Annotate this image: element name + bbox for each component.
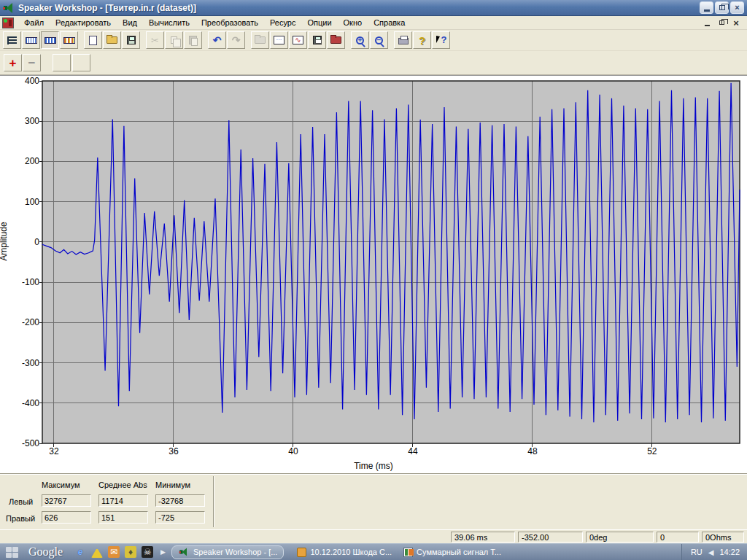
google-deskbar[interactable]: Google: [28, 545, 63, 559]
right-minimum-field[interactable]: -725: [155, 511, 205, 524]
stats-col-minimum: Минимум: [155, 481, 190, 489]
add-icon: +: [9, 57, 17, 69]
chart-window-button[interactable]: [270, 31, 288, 49]
y-tick-200: 200: [13, 156, 39, 166]
save-chart-icon: [313, 36, 322, 44]
language-indicator[interactable]: RU: [691, 548, 703, 556]
add-button[interactable]: +: [4, 54, 22, 71]
open-resource-button[interactable]: [251, 31, 269, 49]
chart-doc-icon: [403, 548, 413, 557]
zoom-out-button[interactable]: −: [370, 31, 388, 49]
cut-icon: ✂: [151, 36, 159, 45]
restore-button[interactable]: [715, 1, 729, 14]
mdi-close-button[interactable]: ×: [730, 18, 742, 28]
paste-button[interactable]: [184, 31, 202, 49]
ruler-dataset-active-button[interactable]: [41, 31, 59, 49]
print-button[interactable]: [394, 31, 412, 49]
zoom-in-button[interactable]: +: [351, 31, 369, 49]
left-minimum-field[interactable]: -32768: [155, 494, 205, 507]
menu-options[interactable]: Опции: [301, 17, 337, 28]
menu-view[interactable]: Вид: [117, 17, 143, 28]
task-summary-signal[interactable]: Суммарный сигнал Т...: [398, 546, 507, 559]
y-tick--300: -300: [13, 358, 39, 368]
y-tick-400: 400: [13, 76, 39, 86]
start-button[interactable]: [6, 547, 18, 558]
new-file-icon: [89, 36, 97, 45]
help-icon: ?: [419, 35, 425, 46]
context-help-icon: ?: [436, 35, 447, 45]
y-tick-0: 0: [13, 237, 39, 247]
minimize-icon: [705, 25, 710, 26]
menu-transform[interactable]: Преобразовать: [196, 17, 264, 28]
agent-icon[interactable]: ♦: [125, 546, 136, 558]
taskbar: Google e ✉ ♦ ☠ ▶ Speaker Workshop - [...…: [0, 543, 747, 560]
cut-button[interactable]: ✂: [146, 31, 164, 49]
speaker-workshop-icon: [179, 548, 189, 556]
print-icon: [398, 38, 409, 44]
right-average-field[interactable]: 151: [98, 511, 148, 524]
ruler-values-button[interactable]: [60, 31, 78, 49]
levels-button[interactable]: [3, 31, 21, 49]
new-button[interactable]: [84, 31, 102, 49]
tray-collapse-icon[interactable]: ◀: [708, 548, 714, 556]
skull-icon[interactable]: ☠: [142, 546, 153, 558]
y-tick--100: -100: [13, 277, 39, 287]
open-button[interactable]: [103, 31, 121, 49]
blank-button-2[interactable]: [72, 54, 90, 71]
right-maximum-field[interactable]: 626: [42, 511, 91, 524]
paste-icon: [189, 36, 197, 44]
y-tick-300: 300: [13, 116, 39, 126]
export-folder-icon: [330, 36, 341, 44]
chart-line-button[interactable]: ∿: [289, 31, 307, 49]
zoom-out-icon: −: [375, 36, 383, 44]
app-icon: [3, 3, 15, 13]
save-chart-button[interactable]: [308, 31, 326, 49]
open-folder-icon: [107, 36, 117, 44]
ruler-dataset-button[interactable]: [22, 31, 40, 49]
remove-button[interactable]: −: [23, 54, 41, 71]
delphi-icon[interactable]: [91, 546, 103, 558]
task-shkoda-document[interactable]: 10.12.2010 Шкода С...: [291, 546, 398, 559]
save-button[interactable]: [122, 31, 140, 49]
menu-file[interactable]: Файл: [18, 17, 50, 28]
menu-window[interactable]: Окно: [338, 17, 368, 28]
menu-edit[interactable]: Редактировать: [50, 17, 117, 28]
document-icon[interactable]: [2, 18, 14, 28]
x-tick-36: 36: [163, 446, 185, 456]
quicklaunch-expand-icon[interactable]: ▶: [160, 548, 166, 556]
menu-calculate[interactable]: Вычислить: [143, 17, 196, 28]
waveform-plot[interactable]: [0, 76, 747, 475]
left-maximum-field[interactable]: 32767: [42, 494, 91, 507]
x-tick-40: 40: [282, 446, 304, 456]
status-bar: 39.06 ms -352.00 0deg 0 0Ohms: [0, 529, 747, 543]
close-button[interactable]: ×: [730, 1, 744, 14]
redo-button[interactable]: ↷: [227, 31, 245, 49]
stats-col-maximum: Максимум: [42, 481, 80, 489]
menu-bar: Файл Редактировать Вид Вычислить Преобра…: [0, 16, 747, 30]
help-button[interactable]: ?: [413, 31, 431, 49]
internet-explorer-icon[interactable]: e: [74, 546, 86, 558]
left-average-field[interactable]: 11714: [98, 494, 148, 507]
context-help-button[interactable]: ?: [432, 31, 450, 49]
restore-icon: [719, 20, 724, 25]
blank-button-1[interactable]: [53, 54, 71, 71]
messenger-icon[interactable]: ✉: [108, 546, 120, 558]
undo-button[interactable]: ↶: [208, 31, 226, 49]
copy-icon: [171, 36, 177, 44]
undo-icon: ↶: [213, 35, 222, 45]
status-zero-panel: 0: [657, 532, 699, 542]
chart-line-icon: ∿: [293, 36, 303, 44]
menu-resource[interactable]: Ресурс: [264, 17, 301, 28]
y-tick-100: 100: [13, 197, 39, 207]
task-speaker-workshop[interactable]: Speaker Workshop - [...: [171, 545, 284, 559]
export-button[interactable]: [327, 31, 345, 49]
minimize-button[interactable]: [700, 1, 713, 14]
x-tick-44: 44: [402, 446, 424, 456]
save-icon: [127, 36, 136, 44]
document-icon: [297, 548, 306, 557]
menu-help[interactable]: Справка: [368, 17, 411, 28]
title-bar: Speaker Workshop - [Твитер.in.r (dataset…: [0, 0, 747, 16]
mdi-restore-button[interactable]: [716, 18, 727, 28]
copy-button[interactable]: [165, 31, 183, 49]
mdi-minimize-button[interactable]: [701, 18, 713, 28]
